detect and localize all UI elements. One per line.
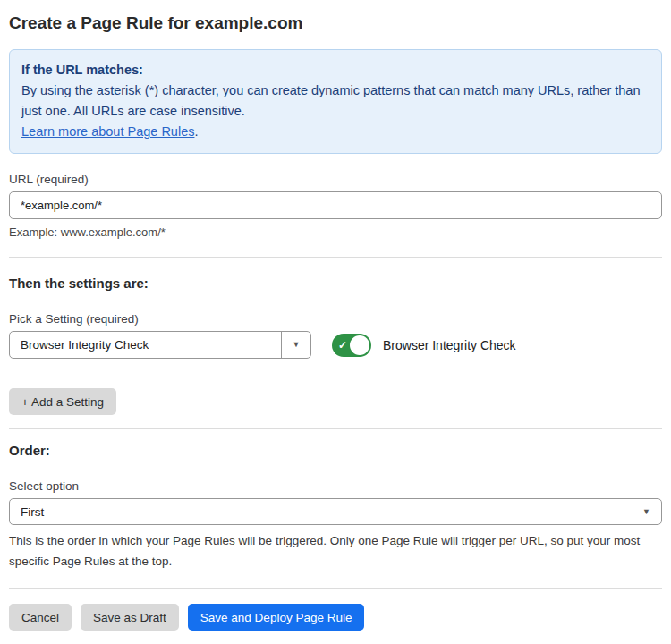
divider [9,588,662,589]
browser-integrity-check-toggle[interactable]: ✓ [332,334,371,357]
page-rule-form: Create a Page Rule for example.com If th… [0,13,671,631]
order-section-heading: Order: [9,443,662,458]
order-helper-text: This is the order in which your Page Rul… [9,530,662,572]
save-and-deploy-button[interactable]: Save and Deploy Page Rule [188,604,365,631]
settings-section-heading: Then the settings are: [9,275,662,291]
order-select-label: Select option [9,479,662,493]
setting-dropdown[interactable]: Browser Integrity Check ▼ [9,331,311,359]
learn-more-link[interactable]: Learn more about Page Rules [21,124,194,139]
divider [9,428,662,429]
toggle-knob [350,335,369,355]
setting-dropdown-arrow-segment[interactable]: ▼ [281,332,310,358]
url-example-helper: Example: www.example.com/* [9,225,662,239]
divider [9,257,662,258]
footer-actions: Cancel Save as Draft Save and Deploy Pag… [9,604,662,631]
caret-down-icon: ▼ [642,508,661,516]
info-box-link-line: Learn more about Page Rules. [21,122,650,142]
info-box-body: By using the asterisk (*) character, you… [21,80,650,122]
setting-toggle-group: ✓ Browser Integrity Check [332,334,516,357]
setting-picker-label: Pick a Setting (required) [9,312,662,326]
link-suffix: . [194,124,198,139]
info-box-heading: If the URL matches: [21,60,650,80]
url-field-label: URL (required) [9,173,662,186]
url-match-info-box: If the URL matches: By using the asteris… [9,49,662,154]
add-setting-button[interactable]: + Add a Setting [9,388,116,415]
cancel-button[interactable]: Cancel [9,604,72,631]
save-as-draft-button[interactable]: Save as Draft [81,604,179,631]
toggle-label: Browser Integrity Check [383,338,516,352]
check-icon: ✓ [338,339,347,352]
setting-picker-row: Browser Integrity Check ▼ ✓ Browser Inte… [9,331,662,359]
caret-down-icon: ▼ [293,341,301,349]
order-select-value: First [10,505,642,519]
order-select[interactable]: First ▼ [9,498,662,525]
setting-dropdown-value: Browser Integrity Check [10,338,281,352]
url-input[interactable] [9,191,662,219]
page-title: Create a Page Rule for example.com [9,13,662,33]
